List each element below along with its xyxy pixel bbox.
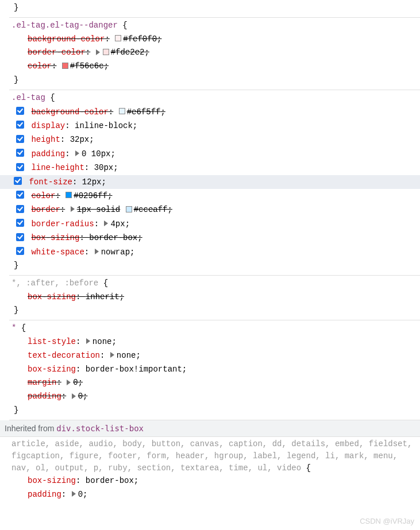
css-rule-block[interactable]: .el-tag { background-color: #e6f5ff; dis… <box>9 90 420 276</box>
expand-triangle-icon[interactable] <box>96 49 100 55</box>
toggle-checkbox[interactable] <box>16 163 24 171</box>
selector-line[interactable]: .el-tag { <box>11 91 418 105</box>
color-swatch-icon[interactable] <box>126 206 132 212</box>
toggle-checkbox[interactable] <box>16 121 24 129</box>
toggle-checkbox[interactable] <box>16 191 24 199</box>
css-declaration[interactable]: background-color: #fef0f0; <box>11 33 418 47</box>
color-swatch-icon[interactable] <box>103 49 109 55</box>
css-declaration[interactable]: font-size: 12px; <box>0 175 420 189</box>
selector-line[interactable]: .el-tag.el-tag--danger { <box>11 19 418 33</box>
css-declaration[interactable]: box-sizing: inherit; <box>11 291 418 304</box>
css-declaration[interactable]: box-sizing: border-box; <box>11 474 418 488</box>
color-swatch-icon[interactable] <box>62 63 68 69</box>
color-swatch-icon[interactable] <box>115 35 121 41</box>
css-rule-block: } <box>9 0 420 18</box>
css-declaration[interactable]: border-color: #fde2e2; <box>11 46 418 60</box>
selector-line[interactable]: *, :after, :before { <box>11 277 418 291</box>
css-declaration[interactable]: display: inline-block; <box>11 119 418 133</box>
expand-triangle-icon[interactable] <box>104 220 108 226</box>
expand-triangle-icon[interactable] <box>72 393 76 399</box>
color-swatch-icon[interactable] <box>119 108 125 114</box>
selector-text[interactable]: *, :after, :before <box>11 278 98 288</box>
selector-line[interactable]: * { <box>11 322 418 335</box>
expand-triangle-icon[interactable] <box>86 338 90 344</box>
expand-triangle-icon[interactable] <box>72 491 76 497</box>
expand-triangle-icon[interactable] <box>95 249 99 254</box>
css-declaration[interactable]: text-decoration: none; <box>11 349 418 363</box>
toggle-checkbox[interactable] <box>14 177 22 185</box>
selector-line[interactable]: article, aside, audio, body, button, can… <box>11 438 418 474</box>
css-declaration[interactable]: margin: 0; <box>11 376 418 390</box>
css-rule-block[interactable]: .el-tag.el-tag--danger { background-colo… <box>9 18 420 90</box>
css-rule-block[interactable]: article, aside, audio, body, button, can… <box>9 437 420 504</box>
toggle-checkbox[interactable] <box>16 107 24 115</box>
inherited-from-header: Inherited from div.stock-list-box <box>0 420 420 437</box>
css-declaration[interactable]: color: #0296ff; <box>11 189 418 203</box>
css-declaration[interactable]: padding: 0; <box>11 488 418 502</box>
toggle-checkbox[interactable] <box>16 219 24 227</box>
css-declaration[interactable]: border-radius: 4px; <box>11 217 418 231</box>
css-rule-block[interactable]: * { list-style: none; text-decoration: n… <box>9 320 420 420</box>
toggle-checkbox[interactable] <box>16 135 24 143</box>
toggle-checkbox[interactable] <box>16 247 24 255</box>
toggle-checkbox[interactable] <box>16 233 24 241</box>
css-declaration[interactable]: padding: 0 10px; <box>11 147 418 161</box>
close-brace: } <box>11 1 418 15</box>
toggle-checkbox[interactable] <box>16 149 24 157</box>
css-declaration[interactable]: box-sizing: border-box!important; <box>11 363 418 377</box>
css-rule-block[interactable]: *, :after, :before { box-sizing: inherit… <box>9 276 420 320</box>
color-swatch-icon[interactable] <box>65 192 72 198</box>
css-declaration[interactable]: height: 32px; <box>11 133 418 146</box>
selector-text[interactable]: article, aside, audio, body, button, can… <box>11 439 412 473</box>
styles-panel: } .el-tag.el-tag--danger { background-co… <box>0 0 420 504</box>
selector-text[interactable]: .el-tag <box>11 93 45 102</box>
css-declaration[interactable]: background-color: #e6f5ff; <box>11 105 418 119</box>
expand-triangle-icon[interactable] <box>110 352 114 358</box>
expand-triangle-icon[interactable] <box>67 380 71 385</box>
css-declaration[interactable]: line-height: 30px; <box>11 161 418 175</box>
expand-triangle-icon[interactable] <box>75 150 79 156</box>
css-declaration[interactable]: list-style: none; <box>11 335 418 349</box>
inherited-element[interactable]: div.stock-list-box <box>56 424 144 433</box>
selector-text[interactable]: .el-tag.el-tag--danger <box>11 21 118 30</box>
css-declaration[interactable]: border: 1px solid #cceaff; <box>11 203 418 216</box>
css-declaration[interactable]: padding: 0; <box>11 390 418 404</box>
toggle-checkbox[interactable] <box>16 205 24 213</box>
expand-triangle-icon[interactable] <box>71 206 75 212</box>
css-declaration[interactable]: color: #f56c6c; <box>11 60 418 73</box>
css-declaration[interactable]: box-sizing: border-box; <box>11 231 418 245</box>
inherited-label: Inherited from <box>5 424 56 433</box>
css-declaration[interactable]: white-space: nowrap; <box>11 245 418 259</box>
